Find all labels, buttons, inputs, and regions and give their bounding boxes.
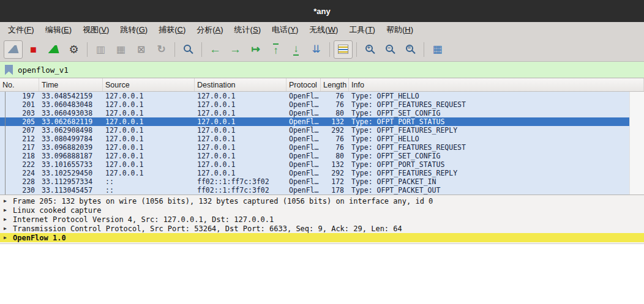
packet-row[interactable]: 23033.113045457::ff02::1:ff7c:3f02OpenFl…: [0, 186, 629, 195]
packet-row[interactable]: 21833.096888187127.0.0.1127.0.0.1OpenFl……: [0, 152, 629, 160]
menu-item-view[interactable]: 视图(V): [77, 22, 114, 37]
packet-info: Type: OFPT_FEATURES_REQUEST: [349, 143, 629, 152]
close-file-button[interactable]: ⊠: [132, 40, 151, 59]
zoom-in-button[interactable]: +: [361, 40, 380, 59]
expander-icon[interactable]: ▶: [4, 226, 13, 231]
menu-item-capture[interactable]: 捕获(C): [153, 22, 191, 37]
packet-no: 228: [0, 177, 39, 186]
packet-no: 201: [0, 100, 39, 109]
open-file-button[interactable]: ▥: [91, 40, 110, 59]
detail-row[interactable]: ▶Internet Protocol Version 4, Src: 127.0…: [0, 215, 644, 224]
packet-details: ▶Frame 205: 132 bytes on wire (1056 bits…: [0, 195, 644, 243]
toolbar-separator: [356, 42, 357, 57]
packet-time: 33.060483048: [39, 100, 103, 109]
column-header-time[interactable]: Time: [39, 78, 103, 91]
toolbar-separator: [201, 42, 202, 57]
zoom-original-button[interactable]: =: [401, 40, 420, 59]
packet-row[interactable]: 20733.062908498127.0.0.1127.0.0.1OpenFl……: [0, 126, 629, 135]
expander-icon[interactable]: ▶: [4, 235, 13, 240]
detail-row[interactable]: ▶Linux cooked capture: [0, 206, 644, 215]
filter-bookmark-icon[interactable]: [5, 65, 13, 75]
packet-source: 127.0.0.1: [103, 117, 195, 126]
packet-protocol: OpenFl…: [286, 160, 321, 169]
packet-destination: ff02::1:ff7c:3f02: [195, 177, 286, 186]
colorize-button[interactable]: [334, 40, 353, 59]
packet-row[interactable]: 20133.060483048127.0.0.1127.0.0.1OpenFl……: [0, 100, 629, 109]
packet-row[interactable]: 22433.102529450127.0.0.1127.0.0.1OpenFl……: [0, 169, 629, 177]
packet-source: 127.0.0.1: [103, 126, 195, 135]
menu-item-analyze[interactable]: 分析(A): [191, 22, 228, 37]
menu-item-edit[interactable]: 编辑(E): [40, 22, 77, 37]
find-packet-button[interactable]: [179, 40, 198, 59]
packet-info: Type: OFPT_SET_CONFIG: [349, 109, 629, 117]
stop-capture-button[interactable]: ■: [24, 40, 43, 59]
expander-icon[interactable]: ▶: [4, 208, 13, 213]
expander-icon[interactable]: ▶: [4, 217, 13, 222]
close-file-icon: ⊠: [137, 45, 145, 54]
packet-no: 230: [0, 186, 39, 195]
next-packet-button[interactable]: →: [226, 40, 245, 59]
packet-destination: ff02::1:ff7c:3f02: [195, 186, 286, 195]
resize-columns-button[interactable]: ▦: [428, 40, 447, 59]
toolbar-separator: [424, 42, 424, 57]
packet-info: Type: OFPT_FEATURES_REPLY: [349, 126, 629, 135]
open-file-icon: ▥: [96, 45, 105, 54]
packet-protocol: OpenFl…: [286, 186, 321, 195]
previous-packet-icon: ←: [209, 43, 221, 55]
packet-row[interactable]: 21233.080499784127.0.0.1127.0.0.1OpenFl……: [0, 135, 629, 143]
auto-scroll-button[interactable]: ⇊: [307, 40, 326, 59]
start-capture-button[interactable]: [4, 40, 23, 59]
column-header-info[interactable]: Info: [349, 78, 644, 91]
packet-length: 76: [321, 100, 349, 109]
previous-packet-button[interactable]: ←: [206, 40, 225, 59]
menu-item-file[interactable]: 文件(F): [2, 22, 40, 37]
expander-icon[interactable]: ▶: [4, 199, 13, 204]
packet-row[interactable]: 20533.062682119127.0.0.1127.0.0.1OpenFl……: [0, 117, 629, 126]
restart-capture-icon: [48, 45, 59, 53]
packet-source: 127.0.0.1: [103, 169, 195, 177]
save-file-button[interactable]: ▦: [111, 40, 130, 59]
column-header-length[interactable]: Length: [321, 78, 349, 91]
detail-row[interactable]: ▶Transmission Control Protocol, Src Port…: [0, 224, 644, 233]
filter-input[interactable]: [18, 62, 644, 78]
packet-no: 205: [0, 117, 39, 126]
packet-row[interactable]: 21733.096882039127.0.0.1127.0.0.1OpenFl……: [0, 143, 629, 152]
packet-protocol: OpenFl…: [286, 100, 321, 109]
detail-text: Linux cooked capture: [13, 206, 102, 215]
save-file-icon: ▦: [116, 45, 125, 54]
menu-item-statistics[interactable]: 统计(S): [229, 22, 266, 37]
window-titlebar[interactable]: *any: [0, 0, 644, 22]
go-to-packet-button[interactable]: ↦: [246, 40, 265, 59]
packet-protocol: OpenFl…: [286, 177, 321, 186]
packet-row[interactable]: 20333.060493038127.0.0.1127.0.0.1OpenFl……: [0, 109, 629, 117]
packet-row[interactable]: 19733.048542159127.0.0.1127.0.0.1OpenFl……: [0, 92, 629, 100]
packet-row[interactable]: 22833.112957334::ff02::1:ff7c:3f02OpenFl…: [0, 177, 629, 186]
packet-length: 292: [321, 169, 349, 177]
wireshark-window: *any 文件(F)编辑(E)视图(V)跳转(G)捕获(C)分析(A)统计(S)…: [0, 0, 644, 304]
menu-item-go[interactable]: 跳转(G): [114, 22, 153, 37]
zoom-out-button[interactable]: −: [381, 40, 400, 59]
packet-time: 33.102529450: [39, 169, 103, 177]
menu-item-wireless[interactable]: 无线(W): [304, 22, 343, 37]
packet-list-scrollbar[interactable]: [629, 92, 644, 195]
capture-options-button[interactable]: ⚙: [64, 40, 83, 59]
packet-protocol: OpenFl…: [286, 126, 321, 135]
first-packet-button[interactable]: ↑: [266, 40, 285, 59]
packet-source: 127.0.0.1: [103, 152, 195, 160]
packet-destination: 127.0.0.1: [195, 160, 286, 169]
last-packet-button[interactable]: ↓: [286, 40, 305, 59]
restart-capture-button[interactable]: [44, 40, 63, 59]
column-header-source[interactable]: Source: [103, 78, 195, 91]
packet-row[interactable]: 22233.101655733127.0.0.1127.0.0.1OpenFl……: [0, 160, 629, 169]
column-header-no[interactable]: No.: [0, 78, 39, 91]
detail-row[interactable]: ▶OpenFlow 1.0: [0, 233, 644, 242]
column-header-destination[interactable]: Destination: [195, 78, 286, 91]
menu-item-telephony[interactable]: 电话(Y): [266, 22, 304, 37]
packet-time: 33.060493038: [39, 109, 103, 117]
menu-item-help[interactable]: 帮助(H): [381, 22, 419, 37]
detail-row[interactable]: ▶Frame 205: 132 bytes on wire (1056 bits…: [0, 196, 644, 206]
column-header-protocol[interactable]: Protocol: [286, 78, 321, 91]
menu-item-tools[interactable]: 工具(T): [343, 22, 381, 37]
reload-file-button[interactable]: ↻: [152, 40, 171, 59]
window-title: *any: [313, 7, 330, 16]
